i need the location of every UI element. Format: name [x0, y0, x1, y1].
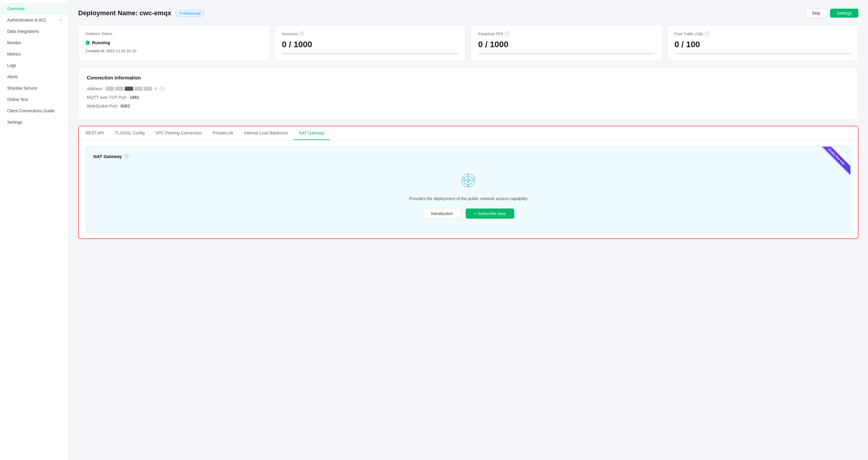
websocket-value: 8083 — [121, 104, 130, 109]
sidebar-item-monitor[interactable]: Monitor — [0, 37, 68, 48]
sidebar-item-settings[interactable]: Settings — [0, 116, 68, 128]
stats-row: Instance Status Running Created At: 2023… — [78, 25, 859, 61]
pubsub-tps-card: Pub&Sub TPS ? 0 / 1000 — [471, 25, 662, 61]
sessions-help-icon[interactable]: ? — [299, 31, 304, 36]
running-status: Running — [86, 40, 262, 45]
nat-gateway-help-icon[interactable]: ? — [124, 154, 129, 159]
tabs-section: REST API TLS/SSL Config VPC Peering Conn… — [78, 126, 859, 239]
sessions-bar — [282, 53, 459, 54]
pubsub-tps-help-icon[interactable]: ? — [505, 31, 509, 36]
sessions-value: 0 / 1000 — [282, 40, 459, 49]
pubsub-tps-title: Pub&Sub TPS ? — [478, 31, 655, 36]
svg-text:×: × — [467, 184, 469, 188]
sidebar-item-label: Authentication & ACL — [7, 18, 46, 22]
sidebar-item-logs[interactable]: Logs — [0, 60, 68, 71]
addr-block-5 — [144, 87, 152, 91]
tab-vpc-peering[interactable]: VPC Peering Connection — [150, 126, 208, 140]
pubsub-tps-label: Pub&Sub TPS — [478, 32, 503, 36]
sidebar-item-metrics[interactable]: Metrics — [0, 48, 68, 60]
sidebar-item-label: Alerts — [7, 75, 18, 79]
sidebar-item-client-connections-guide[interactable]: Client Connections Guide — [0, 105, 68, 116]
address-help-icon[interactable]: ? — [160, 86, 164, 91]
free-traffic-value: 0 / 100 — [675, 40, 851, 49]
nat-gateway-title: NAT Gateway ? — [93, 154, 843, 159]
addr-block-2 — [115, 87, 124, 91]
sidebar-item-alerts[interactable]: Alerts — [0, 71, 68, 82]
chevron-down-icon: ▾ — [60, 19, 61, 22]
running-label: Running — [92, 40, 110, 45]
nat-actions: Introduction + Subscribe Now — [422, 208, 514, 219]
tab-rest-api[interactable]: REST API — [80, 126, 110, 140]
sidebar-item-label: Monitor — [7, 40, 21, 45]
professional-badge: Professional — [176, 10, 205, 17]
sidebar-item-data-integrations[interactable]: Data Integrations — [0, 26, 68, 37]
instance-status-card: Instance Status Running Created At: 2023… — [78, 25, 270, 61]
tabs-header: REST API TLS/SSL Config VPC Peering Conn… — [79, 126, 858, 140]
created-at: Created At: 2023.11.01 01:10 — [86, 49, 262, 53]
instance-status-title: Instance Status — [86, 31, 262, 36]
address-row: Address: ⎘ ? — [87, 86, 850, 91]
nat-description: Provides the deployment of the public ne… — [409, 196, 527, 201]
title-area: Deployment Name: cwc-emqx Professional — [78, 9, 205, 17]
free-traffic-title: Free Traffic (GB) ? — [675, 31, 851, 36]
free-traffic-card: Free Traffic (GB) ? 0 / 100 — [667, 25, 859, 61]
tab-nat-gateway[interactable]: NAT Gateway — [293, 126, 330, 140]
pubsub-tps-value: 0 / 1000 — [478, 40, 655, 49]
tab-internal-lb[interactable]: Internal Load Balancers — [239, 126, 294, 140]
addr-block-1 — [106, 87, 114, 91]
sessions-card: Sessions ? 0 / 1000 — [275, 25, 466, 61]
sidebar-item-label: Overview — [7, 6, 25, 11]
nat-gateway-icon: × × × × — [459, 171, 478, 191]
sidebar-item-label: Data Integrations — [7, 29, 39, 34]
subscribe-now-button[interactable]: + Subscribe Now — [466, 208, 514, 219]
sidebar-item-online-test[interactable]: Online Test — [0, 94, 68, 105]
sidebar-item-label: Client Connections Guide — [7, 109, 55, 113]
tab-private-link[interactable]: PrivateLink — [207, 126, 239, 140]
sidebar: OverviewAuthentication & ACL▾Data Integr… — [0, 0, 69, 460]
header-actions: Stop Settings — [805, 8, 859, 18]
addr-block-4 — [134, 87, 143, 91]
page-header: Deployment Name: cwc-emqx Professional S… — [78, 8, 859, 18]
tab-tls-ssl[interactable]: TLS/SSL Config — [110, 126, 150, 140]
sessions-label: Sessions — [282, 32, 298, 36]
addr-block-3 — [125, 87, 133, 91]
nat-gateway-card: 14-day free trial NAT Gateway ? — [86, 146, 851, 232]
nat-gateway-body: × × × × Provides the deployment of the p… — [93, 168, 843, 225]
address-label: Address: — [87, 86, 103, 91]
websocket-label: WebSocket Port: — [87, 104, 118, 109]
address-blocks — [106, 87, 152, 91]
page-title: Deployment Name: cwc-emqx — [78, 9, 171, 17]
nat-gateway-label: NAT Gateway — [93, 154, 122, 159]
connection-title: Connection information — [87, 75, 850, 81]
pubsub-tps-bar — [478, 53, 655, 54]
sidebar-item-label: Settings — [7, 120, 22, 124]
websocket-port-row: WebSocket Port: 8083 — [87, 104, 850, 109]
connection-section: Connection information Address: ⎘ ? MQTT… — [78, 68, 859, 120]
settings-button[interactable]: Settings — [830, 9, 859, 18]
sidebar-item-label: Metrics — [7, 52, 21, 56]
svg-text:×: × — [463, 176, 465, 180]
sidebar-item-auth-acl[interactable]: Authentication & ACL▾ — [0, 15, 68, 26]
sidebar-item-overview[interactable]: Overview — [0, 3, 68, 15]
main-content: Deployment Name: cwc-emqx Professional S… — [69, 0, 868, 460]
sessions-title: Sessions ? — [282, 31, 459, 36]
free-traffic-help-icon[interactable]: ? — [705, 31, 710, 36]
free-traffic-bar — [675, 53, 851, 54]
running-dot — [86, 40, 90, 45]
mqtt-port-label: MQTT over TCP Port: — [87, 95, 127, 100]
svg-text:×: × — [473, 176, 475, 180]
sidebar-item-label: Shadow Service — [7, 86, 37, 90]
svg-text:×: × — [467, 173, 469, 176]
mqtt-port-row: MQTT over TCP Port: 1883 — [87, 95, 850, 100]
tabs-content: 14-day free trial NAT Gateway ? — [79, 140, 858, 238]
mqtt-port-value: 1883 — [129, 95, 139, 100]
copy-icon[interactable]: ⎘ — [155, 86, 157, 91]
subscribe-now-label: + Subscribe Now — [474, 211, 506, 216]
free-traffic-label: Free Traffic (GB) — [675, 32, 704, 36]
sidebar-item-label: Online Test — [7, 97, 28, 102]
sidebar-item-label: Logs — [7, 63, 16, 68]
stop-button[interactable]: Stop — [805, 8, 828, 18]
introduction-button[interactable]: Introduction — [422, 208, 461, 219]
sidebar-item-shadow-service[interactable]: Shadow Service — [0, 82, 68, 94]
